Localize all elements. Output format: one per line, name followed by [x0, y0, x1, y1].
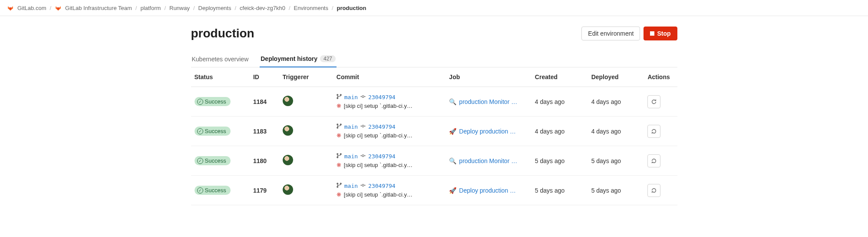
rocket-icon: 🚀 — [449, 187, 456, 194]
commit-sha-link[interactable]: 23049794 — [368, 123, 396, 131]
deployment-id[interactable]: 1183 — [253, 128, 267, 135]
commit-sha-link[interactable]: 23049794 — [368, 152, 396, 161]
rollback-button[interactable] — [647, 154, 660, 167]
branch-icon — [337, 123, 342, 131]
status-badge[interactable]: ✓ Success — [195, 156, 231, 165]
breadcrumb: GitLab.com/ GitLab Infrastructure Team/ … — [0, 0, 868, 16]
col-header-commit: Commit — [333, 67, 446, 87]
table-row: ✓ Success 1180 main 23049794 ❋ [skip ci]… — [191, 146, 677, 176]
gitlab-icon — [55, 4, 62, 11]
svg-point-0 — [362, 96, 364, 98]
avatar[interactable] — [283, 96, 293, 106]
gear-icon: ❋ — [337, 131, 341, 140]
breadcrumb-item[interactable]: platform — [140, 5, 161, 11]
magnify-icon: 🔍 — [449, 98, 456, 105]
deployed-timestamp: 5 days ago — [591, 187, 621, 194]
deployment-id[interactable]: 1179 — [253, 187, 267, 194]
deployments-table: Status ID Triggerer Commit Job Created D… — [191, 67, 677, 205]
branch-link[interactable]: main — [344, 182, 358, 190]
col-header-triggerer: Triggerer — [279, 67, 333, 87]
deployed-timestamp: 4 days ago — [591, 128, 621, 135]
edit-environment-button[interactable]: Edit environment — [581, 27, 640, 40]
branch-link[interactable]: main — [344, 93, 358, 102]
col-header-deployed: Deployed — [588, 67, 644, 87]
deployment-id[interactable]: 1180 — [253, 157, 267, 164]
branch-icon — [337, 93, 342, 102]
created-timestamp: 4 days ago — [535, 128, 565, 135]
stop-button[interactable]: Stop — [644, 27, 677, 40]
col-header-actions: Actions — [644, 67, 677, 87]
col-header-id: ID — [250, 67, 279, 87]
check-circle-icon: ✓ — [197, 187, 203, 194]
avatar[interactable] — [283, 155, 293, 165]
branch-icon — [337, 152, 342, 161]
gear-icon: ❋ — [337, 190, 341, 199]
tab-kubernetes-overview[interactable]: Kubernetes overview — [191, 51, 250, 67]
deployment-id[interactable]: 1184 — [253, 98, 267, 105]
gitlab-icon — [7, 4, 14, 11]
avatar[interactable] — [283, 125, 293, 136]
rocket-icon: 🚀 — [449, 128, 456, 135]
commit-icon — [360, 152, 366, 161]
col-header-job: Job — [446, 67, 531, 87]
status-badge[interactable]: ✓ Success — [195, 97, 231, 106]
deployed-timestamp: 4 days ago — [591, 98, 621, 105]
breadcrumb-item[interactable]: Environments — [294, 5, 328, 11]
tab-deployment-history[interactable]: Deployment history 427 — [260, 51, 337, 67]
gear-icon: ❋ — [337, 161, 341, 170]
svg-point-3 — [362, 125, 364, 127]
created-timestamp: 4 days ago — [535, 98, 565, 105]
created-timestamp: 5 days ago — [535, 157, 565, 164]
commit-sha-link[interactable]: 23049794 — [368, 182, 396, 190]
status-badge[interactable]: ✓ Success — [195, 127, 231, 136]
commit-icon — [360, 182, 366, 190]
table-row: ✓ Success 1179 main 23049794 ❋ [skip ci]… — [191, 176, 677, 205]
col-header-created: Created — [531, 67, 588, 87]
breadcrumb-item[interactable]: cfeick-dev-zg7kh0 — [240, 5, 285, 11]
rollback-button[interactable] — [647, 125, 660, 138]
refresh-button[interactable] — [647, 95, 660, 108]
table-row: ✓ Success 1183 main 23049794 ❋ [skip ci]… — [191, 117, 677, 146]
status-badge[interactable]: ✓ Success — [195, 186, 231, 195]
gear-icon: ❋ — [337, 102, 341, 110]
branch-icon — [337, 182, 342, 190]
magnify-icon: 🔍 — [449, 157, 456, 164]
job-link[interactable]: Deploy production (… — [459, 187, 518, 194]
tabs: Kubernetes overview Deployment history 4… — [191, 51, 677, 67]
breadcrumb-item[interactable]: GitLab Infrastructure Team — [65, 5, 132, 11]
commit-icon — [360, 93, 366, 102]
branch-link[interactable]: main — [344, 123, 358, 131]
job-link[interactable]: Deploy production (… — [459, 128, 518, 135]
history-count-badge: 427 — [320, 55, 336, 62]
job-link[interactable]: production Monitor … — [459, 157, 517, 164]
check-circle-icon: ✓ — [197, 99, 203, 105]
commit-message: [skip ci] setup `.gitlab-ci.y… — [344, 190, 413, 199]
deployed-timestamp: 5 days ago — [591, 157, 621, 164]
check-circle-icon: ✓ — [197, 158, 203, 164]
check-circle-icon: ✓ — [197, 128, 203, 134]
breadcrumb-item[interactable]: GitLab.com — [17, 5, 46, 11]
commit-sha-link[interactable]: 23049794 — [368, 93, 396, 102]
col-header-status: Status — [191, 67, 250, 87]
branch-link[interactable]: main — [344, 152, 358, 161]
commit-message: [skip ci] setup `.gitlab-ci.y… — [344, 102, 413, 110]
commit-icon — [360, 123, 366, 131]
job-link[interactable]: production Monitor … — [459, 98, 517, 105]
commit-message: [skip ci] setup `.gitlab-ci.y… — [344, 161, 413, 170]
table-row: ✓ Success 1184 main 23049794 ❋ [skip ci]… — [191, 87, 677, 117]
breadcrumb-current: production — [337, 5, 366, 11]
created-timestamp: 5 days ago — [535, 187, 565, 194]
svg-point-6 — [362, 155, 364, 157]
breadcrumb-item[interactable]: Deployments — [198, 5, 231, 11]
svg-point-9 — [362, 184, 364, 187]
rollback-button[interactable] — [647, 184, 660, 197]
page-title: production — [191, 27, 254, 40]
breadcrumb-item[interactable]: Runway — [169, 5, 190, 11]
avatar[interactable] — [283, 184, 293, 195]
commit-message: [skip ci] setup `.gitlab-ci.y… — [344, 131, 413, 140]
stop-icon — [650, 31, 654, 36]
